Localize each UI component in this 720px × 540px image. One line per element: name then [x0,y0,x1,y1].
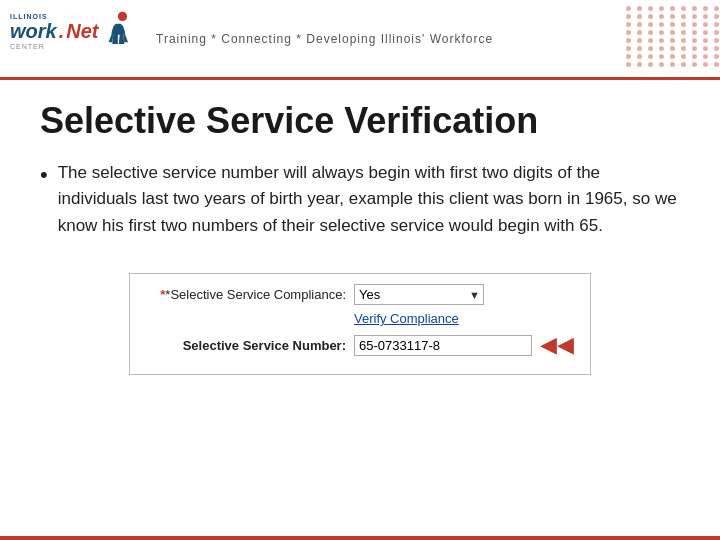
verify-row: Verify Compliance [354,311,574,326]
svg-point-0 [118,11,127,20]
main-content: Selective Service Verification • The sel… [0,80,720,385]
service-number-label-text: Selective Service Number: [183,338,346,353]
arrow-indicator-icon: ◀◀ [540,332,574,358]
compliance-select-wrapper[interactable]: Yes No ▼ [354,284,484,305]
bullet-item: • The selective service number will alwa… [40,160,680,263]
logo-net-suffix: Net [66,20,98,43]
logo-illinois-text: ILLINOIS [10,13,98,20]
compliance-select[interactable]: Yes No [354,284,484,305]
logo-area: ILLINOIS work.Net CENTER Training * Conn… [10,9,493,69]
form-area: **Selective Service Compliance: Yes No ▼… [40,273,680,375]
service-number-label: Selective Service Number: [146,338,346,353]
logo-person-icon [102,9,130,57]
compliance-label-text: *Selective Service Compliance: [165,287,346,302]
dot-pattern-decoration: document.write(Array(80).fill('<div clas… [620,0,720,80]
compliance-label: **Selective Service Compliance: [146,287,346,302]
service-number-row: Selective Service Number: ◀◀ [146,332,574,358]
logo-center-text: CENTER [10,43,98,50]
body-text: The selective service number will always… [58,160,680,239]
logo-net-text: . [59,20,65,43]
logo-box: ILLINOIS work.Net CENTER [10,9,130,69]
header: ILLINOIS work.Net CENTER Training * Conn… [0,0,720,80]
logo-worknet: work.Net [10,20,98,43]
dot-grid: document.write(Array(80).fill('<div clas… [626,6,714,67]
header-tagline: Training * Connecting * Developing Illin… [156,32,493,46]
compliance-row: **Selective Service Compliance: Yes No ▼ [146,284,574,305]
service-number-input[interactable] [354,335,532,356]
form-box: **Selective Service Compliance: Yes No ▼… [129,273,591,375]
page-title: Selective Service Verification [40,100,680,142]
bottom-red-line [0,536,720,540]
bullet-char: • [40,162,48,188]
logo-work-text: work [10,20,57,43]
verify-compliance-link[interactable]: Verify Compliance [354,311,459,326]
